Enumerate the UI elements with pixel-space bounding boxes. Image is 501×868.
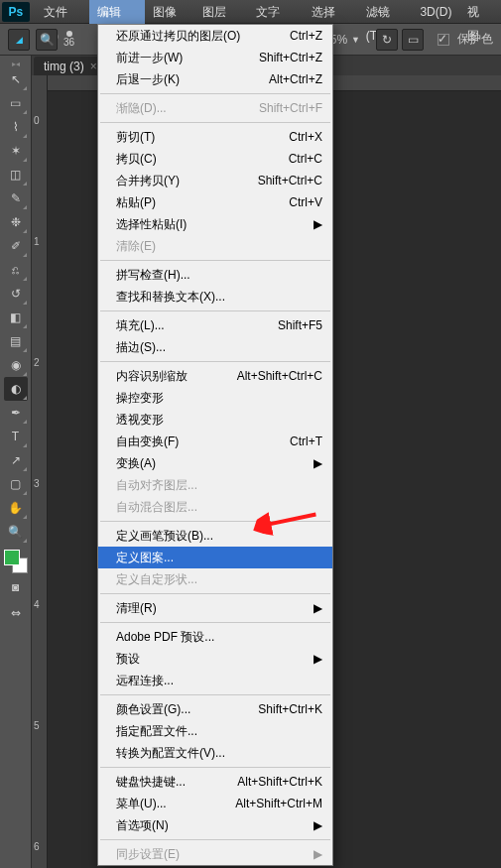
submenu-indicator-icon — [23, 229, 27, 233]
menu-item-shortcut: Ctrl+T — [290, 434, 322, 448]
menu-图像[interactable]: 图像(I) — [145, 0, 195, 24]
menu-item-shortcut: Shift+Ctrl+K — [258, 702, 322, 716]
menu-滤镜[interactable]: 滤镜(T) — [358, 0, 413, 24]
magic-wand-tool[interactable]: ✶ — [4, 139, 28, 163]
tool-preset-button[interactable]: ◢ — [8, 29, 30, 51]
type-tool[interactable]: T — [4, 425, 28, 448]
marquee-tool[interactable]: ▭ — [4, 91, 28, 115]
submenu-arrow-icon: ▶ — [313, 652, 322, 666]
edit-menu-dropdown: 还原通过拷贝的图层(O)Ctrl+Z前进一步(W)Shift+Ctrl+Z后退一… — [97, 24, 333, 866]
menu-文件[interactable]: 文件(F) — [36, 0, 90, 24]
submenu-indicator-icon — [23, 491, 27, 495]
menu-item-label: 合并拷贝(Y) — [116, 173, 258, 189]
color-swatch[interactable] — [4, 550, 28, 573]
brush-size-display[interactable]: 36 — [63, 31, 74, 48]
quick-mask-toggle[interactable]: ◙ — [4, 575, 28, 599]
crop-tool[interactable]: ◫ — [4, 163, 28, 186]
screen-mode-toggle[interactable]: ⇔ — [4, 601, 28, 625]
lasso-tool[interactable]: ⌇ — [4, 115, 28, 139]
menu-separator — [100, 767, 330, 768]
menu-图层[interactable]: 图层(L) — [194, 0, 248, 24]
submenu-arrow-icon: ▶ — [313, 601, 322, 615]
menu-item-label: 操控变形 — [116, 390, 322, 407]
submenu-indicator-icon — [23, 205, 27, 209]
menu-item[interactable]: 内容识别缩放Alt+Shift+Ctrl+C — [98, 365, 332, 387]
healing-tool[interactable]: ❉ — [4, 210, 28, 234]
submenu-indicator-icon — [23, 467, 27, 471]
menu-item[interactable]: 键盘快捷键...Alt+Shift+Ctrl+K — [98, 771, 332, 793]
menu-item[interactable]: 拼写检查(H)... — [98, 264, 332, 286]
menu-item[interactable]: 自由变换(F)Ctrl+T — [98, 431, 332, 452]
blur-tool[interactable]: ◉ — [4, 353, 28, 377]
menu-item[interactable]: 选择性粘贴(I)▶ — [98, 213, 332, 235]
hand-tool[interactable]: ✋ — [4, 496, 28, 520]
pen-tool[interactable]: ✒ — [4, 401, 28, 425]
menu-item[interactable]: 清理(R)▶ — [98, 597, 332, 619]
menu-item[interactable]: 预设▶ — [98, 648, 332, 670]
menu-item-shortcut: Ctrl+C — [289, 152, 322, 166]
history-brush-tool[interactable]: ↺ — [4, 282, 28, 306]
menu-item[interactable]: 指定配置文件... — [98, 720, 332, 742]
eraser-tool[interactable]: ◧ — [4, 306, 28, 329]
dodge-tool[interactable]: ◐ — [4, 377, 28, 401]
menu-3d[interactable]: 3D(D) — [412, 0, 459, 24]
screen-mode-button[interactable]: ▭ — [402, 29, 424, 51]
type-tool-icon: T — [12, 430, 19, 443]
menu-item[interactable]: 变换(A)▶ — [98, 452, 332, 474]
ruler-vertical[interactable]: 0123456 — [32, 75, 48, 868]
menu-item[interactable]: 后退一步(K)Alt+Ctrl+Z — [98, 68, 332, 90]
menu-item[interactable]: 颜色设置(G)...Shift+Ctrl+K — [98, 698, 332, 720]
menu-item[interactable]: 合并拷贝(Y)Shift+Ctrl+C — [98, 170, 332, 191]
menu-item[interactable]: 操控变形 — [98, 387, 332, 409]
menu-item[interactable]: 剪切(T)Ctrl+X — [98, 126, 332, 148]
zoom-tool[interactable]: 🔍 — [4, 520, 28, 544]
menu-item[interactable]: 查找和替换文本(X)... — [98, 286, 332, 308]
document-tab[interactable]: timg (3) × — [34, 57, 107, 76]
close-tab-icon[interactable]: × — [90, 57, 97, 76]
menu-编辑[interactable]: 编辑(E) — [89, 0, 144, 24]
gradient-tool[interactable]: ▤ — [4, 329, 28, 353]
ruler-tick: 3 — [34, 478, 40, 489]
menu-item[interactable]: 转换为配置文件(V)... — [98, 742, 332, 764]
menu-item[interactable]: 前进一步(W)Shift+Ctrl+Z — [98, 47, 332, 68]
menu-视图[interactable]: 视图 — [459, 0, 499, 24]
tool-column: ▸◂ ↖▭⌇✶◫✎❉✐⎌↺◧▤◉◐✒T↗▢✋🔍 ◙ ⇔ — [0, 56, 32, 868]
menu-separator — [100, 93, 330, 94]
menu-item-label: Adobe PDF 预设... — [116, 629, 322, 646]
crop-tool-icon: ◫ — [10, 168, 21, 182]
menu-item-label: 渐隐(D)... — [116, 100, 259, 117]
menu-item[interactable]: Adobe PDF 预设... — [98, 626, 332, 648]
menu-item[interactable]: 首选项(N)▶ — [98, 814, 332, 836]
menu-item-label: 远程连接... — [116, 673, 322, 689]
menu-item[interactable]: 透视变形 — [98, 409, 332, 431]
zoom-icon-button[interactable]: 🔍 — [36, 29, 58, 51]
foreground-color[interactable] — [4, 550, 20, 565]
brush-tool[interactable]: ✐ — [4, 234, 28, 258]
zoom-tool-icon: 🔍 — [8, 525, 23, 539]
menu-item[interactable]: 远程连接... — [98, 670, 332, 691]
menu-item[interactable]: 菜单(U)...Alt+Shift+Ctrl+M — [98, 793, 332, 814]
menu-item[interactable]: 定义图案... — [98, 547, 332, 568]
menu-item[interactable]: 还原通过拷贝的图层(O)Ctrl+Z — [98, 25, 332, 47]
menu-item[interactable]: 描边(S)... — [98, 336, 332, 358]
rotate-view-button[interactable]: ↻ — [376, 29, 398, 51]
history-brush-tool-icon: ↺ — [11, 287, 21, 301]
gradient-tool-icon: ▤ — [10, 334, 21, 348]
menu-item[interactable]: 拷贝(C)Ctrl+C — [98, 148, 332, 170]
menu-item[interactable]: 填充(L)...Shift+F5 — [98, 314, 332, 336]
zoom-dropdown-icon[interactable]: ▼ — [351, 35, 360, 45]
path-select-tool[interactable]: ↗ — [4, 448, 28, 472]
eyedropper-tool[interactable]: ✎ — [4, 186, 28, 210]
move-tool[interactable]: ↖ — [4, 67, 28, 91]
submenu-indicator-icon — [23, 348, 27, 352]
submenu-arrow-icon: ▶ — [313, 818, 322, 832]
stamp-tool[interactable]: ⎌ — [4, 258, 28, 282]
panel-grip-icon[interactable]: ▸◂ — [0, 60, 31, 65]
shape-tool[interactable]: ▢ — [4, 472, 28, 496]
menu-item-shortcut: Shift+Ctrl+Z — [259, 51, 322, 64]
menu-separator — [100, 694, 330, 695]
menu-文字[interactable]: 文字(Y) — [248, 0, 303, 24]
menu-item[interactable]: 粘贴(P)Ctrl+V — [98, 191, 332, 213]
preserve-color-checkbox[interactable] — [438, 34, 449, 46]
menu-选择[interactable]: 选择(S) — [304, 0, 358, 24]
